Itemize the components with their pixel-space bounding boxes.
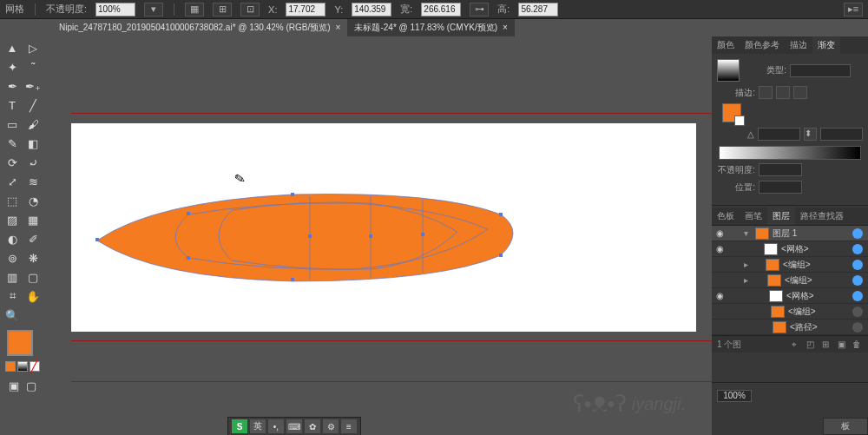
fill-swatch[interactable] xyxy=(7,330,33,356)
zoom-input[interactable]: 100% xyxy=(717,390,752,402)
target-icon[interactable] xyxy=(852,260,863,270)
tab-pathfinder[interactable]: 路径查找器 xyxy=(795,208,849,225)
target-icon[interactable] xyxy=(852,322,863,333)
gradient-mode-icon[interactable] xyxy=(17,361,28,372)
gradient-preview[interactable] xyxy=(717,59,740,82)
lasso-tool-icon[interactable]: ῀ xyxy=(23,57,43,76)
add-anchor-tool-icon[interactable]: ✒₊ xyxy=(23,76,43,96)
magic-wand-tool-icon[interactable]: ✦ xyxy=(2,57,23,76)
canvas[interactable]: ✎ ʕ•ᴥ•ʔ iyangji. S 英 •, ⌨ ✿ ⚙ ≡ xyxy=(45,36,712,435)
ime-skin-icon[interactable]: ✿ xyxy=(305,419,320,433)
symbol-sprayer-tool-icon[interactable]: ❋ xyxy=(23,248,43,267)
width-tool-icon[interactable]: ≋ xyxy=(23,172,43,191)
distribute-icon[interactable]: ⊡ xyxy=(240,3,260,16)
height-input[interactable] xyxy=(518,3,558,16)
make-clip-icon[interactable]: ◰ xyxy=(804,339,816,351)
line-tool-icon[interactable]: ╱ xyxy=(23,96,43,115)
ime-settings-icon[interactable]: ⚙ xyxy=(323,419,339,433)
opacity-dropdown-icon[interactable]: ▾ xyxy=(144,3,163,16)
mesh-object[interactable] xyxy=(93,184,518,288)
expand-icon[interactable]: ▸ xyxy=(740,260,752,269)
change-screen-icon[interactable]: ▢ xyxy=(24,379,38,392)
layer-row[interactable]: ◉ ▾ 图层 1 xyxy=(712,226,868,241)
stroke-mode-2-icon[interactable] xyxy=(776,86,790,99)
width-input[interactable] xyxy=(421,3,461,16)
stop-position-input[interactable] xyxy=(759,181,802,194)
close-icon[interactable]: × xyxy=(503,19,508,36)
layer-row[interactable]: ▸<编组> xyxy=(712,257,868,273)
layer-name[interactable]: <网格> xyxy=(781,243,852,255)
target-icon[interactable] xyxy=(852,244,863,254)
visibility-icon[interactable]: ◉ xyxy=(712,228,727,238)
aspect-icon[interactable]: ⬍ xyxy=(804,128,818,141)
layer-name[interactable]: <编组> xyxy=(783,259,852,271)
document-tab[interactable]: Nipic_24787180_20190504100006738082.ai* … xyxy=(52,19,347,36)
document-tab[interactable]: 未标题-24* @ 117.83% (CMYK/预览) × xyxy=(347,19,514,36)
shape-builder-tool-icon[interactable]: ◔ xyxy=(23,191,43,210)
column-graph-tool-icon[interactable]: ▥ xyxy=(2,267,23,287)
type-tool-icon[interactable]: T xyxy=(2,96,23,115)
x-input[interactable] xyxy=(286,3,326,16)
pen-tool-icon[interactable]: ✒ xyxy=(2,76,23,96)
rectangle-tool-icon[interactable]: ▭ xyxy=(2,115,23,134)
ime-logo-icon[interactable]: S xyxy=(232,419,247,433)
target-icon[interactable] xyxy=(852,306,863,317)
tab-color[interactable]: 颜色 xyxy=(712,36,740,54)
expand-icon[interactable]: ▾ xyxy=(740,228,752,238)
tab-layers[interactable]: 图层 xyxy=(767,208,795,225)
transform-icon[interactable]: ⊞ xyxy=(213,3,232,16)
opacity-input[interactable] xyxy=(95,3,135,16)
y-input[interactable] xyxy=(352,3,391,16)
ime-bar[interactable]: S 英 •, ⌨ ✿ ⚙ ≡ xyxy=(227,417,361,435)
tab-swatches[interactable]: 色板 xyxy=(712,208,740,225)
new-layer-icon[interactable]: ▣ xyxy=(835,339,847,351)
target-icon[interactable] xyxy=(852,291,863,301)
tab-brushes[interactable]: 画笔 xyxy=(740,208,767,225)
angle-input[interactable] xyxy=(758,128,800,141)
screen-mode-icon[interactable]: ▣ xyxy=(7,379,21,392)
link-wh-icon[interactable]: ⊶ xyxy=(470,3,489,16)
stroke-mode-1-icon[interactable] xyxy=(759,86,773,99)
artboard-tool-icon[interactable]: ▢ xyxy=(23,267,43,287)
tab-color-guide[interactable]: 颜色参考 xyxy=(740,36,785,54)
eyedropper-tool-icon[interactable]: ✐ xyxy=(23,229,43,248)
delete-layer-icon[interactable]: 🗑 xyxy=(851,339,863,351)
fill-stroke-swatch[interactable] xyxy=(722,103,741,122)
ime-lang-button[interactable]: 英 xyxy=(250,419,266,433)
target-icon[interactable] xyxy=(852,275,863,286)
free-transform-tool-icon[interactable]: ⬚ xyxy=(2,191,23,210)
ime-punct-icon[interactable]: •, xyxy=(268,419,284,433)
visibility-icon[interactable]: ◉ xyxy=(712,291,727,300)
scale-tool-icon[interactable]: ⤢ xyxy=(2,172,23,191)
gradient-type-dropdown[interactable] xyxy=(790,64,851,77)
panel-menu-icon[interactable]: ▸≡ xyxy=(844,3,863,16)
ime-keyboard-icon[interactable]: ⌨ xyxy=(286,419,302,433)
paintbrush-tool-icon[interactable]: 🖌 xyxy=(23,115,43,134)
aspect-input[interactable] xyxy=(820,128,863,141)
stop-opacity-input[interactable] xyxy=(759,163,802,176)
layer-row[interactable]: ◉<网格> xyxy=(712,241,868,257)
tab-stroke[interactable]: 描边 xyxy=(785,36,812,54)
ime-menu-icon[interactable]: ≡ xyxy=(341,419,357,433)
color-mode-icon[interactable] xyxy=(5,361,16,372)
layer-name[interactable]: 图层 1 xyxy=(773,227,852,240)
expand-icon[interactable]: ▸ xyxy=(740,275,752,285)
none-mode-icon[interactable]: ╱ xyxy=(30,361,40,372)
align-icon[interactable]: ▦ xyxy=(185,3,204,16)
layer-row[interactable]: <编组> xyxy=(712,304,868,320)
blend-tool-icon[interactable]: ⊚ xyxy=(2,248,23,267)
new-sublayer-icon[interactable]: ⊞ xyxy=(819,339,832,351)
layer-row[interactable]: ◉<网格> xyxy=(712,288,868,304)
target-icon[interactable] xyxy=(852,228,863,239)
locate-object-icon[interactable]: ⌖ xyxy=(788,339,800,351)
close-icon[interactable]: × xyxy=(336,19,341,36)
mesh-tool-icon[interactable]: ▦ xyxy=(23,210,43,229)
corner-button[interactable]: 板 xyxy=(823,418,868,435)
selection-tool-icon[interactable]: ▲ xyxy=(2,38,23,57)
gradient-tool-icon[interactable]: ◐ xyxy=(2,229,23,248)
eraser-tool-icon[interactable]: ◧ xyxy=(23,134,43,153)
perspective-tool-icon[interactable]: ▨ xyxy=(2,210,23,229)
layer-row[interactable]: ▸<编组> xyxy=(712,273,868,288)
layer-name[interactable]: <编组> xyxy=(788,306,852,318)
slice-tool-icon[interactable]: ⌗ xyxy=(2,287,23,306)
